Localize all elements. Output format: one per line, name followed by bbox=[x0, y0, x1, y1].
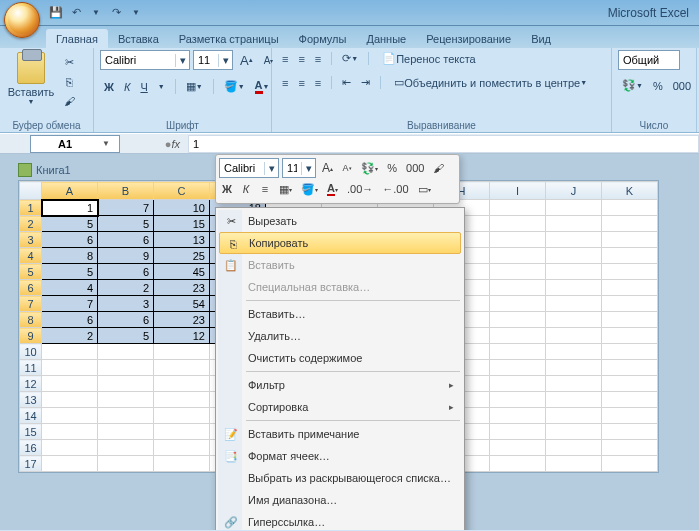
cell-J6[interactable] bbox=[546, 280, 602, 296]
cell-A15[interactable] bbox=[42, 424, 98, 440]
chevron-down-icon[interactable]: ▼ bbox=[99, 139, 113, 148]
cell-A9[interactable]: 2 bbox=[42, 328, 98, 344]
cell-C2[interactable]: 15 bbox=[154, 216, 210, 232]
cell-J9[interactable] bbox=[546, 328, 602, 344]
font-size-input[interactable] bbox=[194, 51, 218, 69]
ctx-format-cells[interactable]: 📑Формат ячеек… bbox=[218, 445, 462, 467]
cell-J12[interactable] bbox=[546, 376, 602, 392]
ctx-cut[interactable]: ✂Вырезать bbox=[218, 210, 462, 232]
cell-J1[interactable] bbox=[546, 200, 602, 216]
cell-I15[interactable] bbox=[490, 424, 546, 440]
cell-C4[interactable]: 25 bbox=[154, 248, 210, 264]
format-painter-icon[interactable]: 🖌 bbox=[60, 93, 79, 109]
cell-A17[interactable] bbox=[42, 456, 98, 472]
cell-J4[interactable] bbox=[546, 248, 602, 264]
row-header-17[interactable]: 17 bbox=[20, 456, 42, 472]
cell-J3[interactable] bbox=[546, 232, 602, 248]
cell-B8[interactable]: 6 bbox=[98, 312, 154, 328]
comma-icon[interactable]: 000 bbox=[403, 159, 427, 177]
grow-font-icon[interactable]: A▴ bbox=[319, 159, 336, 177]
cell-J5[interactable] bbox=[546, 264, 602, 280]
cell-I4[interactable] bbox=[490, 248, 546, 264]
col-header-C[interactable]: C bbox=[154, 182, 210, 200]
cell-A12[interactable] bbox=[42, 376, 98, 392]
percent-icon[interactable]: % bbox=[384, 159, 400, 177]
row-header-10[interactable]: 10 bbox=[20, 344, 42, 360]
cell-I13[interactable] bbox=[490, 392, 546, 408]
cell-J13[interactable] bbox=[546, 392, 602, 408]
cell-K3[interactable] bbox=[602, 232, 658, 248]
cell-K17[interactable] bbox=[602, 456, 658, 472]
cell-I3[interactable] bbox=[490, 232, 546, 248]
cell-B12[interactable] bbox=[98, 376, 154, 392]
cell-K6[interactable] bbox=[602, 280, 658, 296]
redo-icon[interactable]: ↷ bbox=[108, 5, 124, 21]
name-box-input[interactable] bbox=[31, 138, 99, 150]
cell-I16[interactable] bbox=[490, 440, 546, 456]
increase-indent-icon[interactable]: ⇥ bbox=[357, 74, 374, 91]
cell-J8[interactable] bbox=[546, 312, 602, 328]
cell-K7[interactable] bbox=[602, 296, 658, 312]
cell-K1[interactable] bbox=[602, 200, 658, 216]
cell-C17[interactable] bbox=[154, 456, 210, 472]
cell-A7[interactable]: 7 bbox=[42, 296, 98, 312]
cell-J16[interactable] bbox=[546, 440, 602, 456]
cell-J15[interactable] bbox=[546, 424, 602, 440]
italic-button[interactable]: К bbox=[120, 79, 134, 95]
row-header-4[interactable]: 4 bbox=[20, 248, 42, 264]
cell-K12[interactable] bbox=[602, 376, 658, 392]
font-size-combo[interactable]: ▾ bbox=[193, 50, 233, 70]
cell-J7[interactable] bbox=[546, 296, 602, 312]
cell-K2[interactable] bbox=[602, 216, 658, 232]
chevron-down-icon[interactable]: ▾ bbox=[175, 54, 189, 67]
cell-I14[interactable] bbox=[490, 408, 546, 424]
tab-data[interactable]: Данные bbox=[356, 29, 416, 48]
row-header-16[interactable]: 16 bbox=[20, 440, 42, 456]
mt-font-size[interactable]: ▾ bbox=[282, 158, 316, 178]
cell-B3[interactable]: 6 bbox=[98, 232, 154, 248]
fill-color-icon[interactable]: 🪣▾ bbox=[298, 180, 321, 198]
merge-icon[interactable]: ▭▾ bbox=[415, 180, 434, 198]
cell-B13[interactable] bbox=[98, 392, 154, 408]
bold-button[interactable]: Ж bbox=[219, 180, 235, 198]
col-header-J[interactable]: J bbox=[546, 182, 602, 200]
cell-K5[interactable] bbox=[602, 264, 658, 280]
row-header-7[interactable]: 7 bbox=[20, 296, 42, 312]
chevron-down-icon[interactable]: ▾ bbox=[264, 162, 278, 175]
right-align-icon[interactable]: ≡ bbox=[311, 75, 325, 91]
row-header-9[interactable]: 9 bbox=[20, 328, 42, 344]
mt-font-family[interactable]: ▾ bbox=[219, 158, 279, 178]
row-header-1[interactable]: 1 bbox=[20, 200, 42, 216]
percent-icon[interactable]: % bbox=[649, 78, 667, 94]
cell-J11[interactable] bbox=[546, 360, 602, 376]
col-header-B[interactable]: B bbox=[98, 182, 154, 200]
cell-K11[interactable] bbox=[602, 360, 658, 376]
office-button[interactable] bbox=[4, 2, 40, 38]
font-family-input[interactable] bbox=[101, 51, 175, 69]
cell-B11[interactable] bbox=[98, 360, 154, 376]
copy-icon[interactable]: ⎘ bbox=[60, 74, 79, 90]
cell-J14[interactable] bbox=[546, 408, 602, 424]
cell-A3[interactable]: 6 bbox=[42, 232, 98, 248]
tab-view[interactable]: Вид bbox=[521, 29, 561, 48]
cell-I6[interactable] bbox=[490, 280, 546, 296]
row-header-5[interactable]: 5 bbox=[20, 264, 42, 280]
font-color-icon[interactable]: A▾ bbox=[324, 180, 341, 198]
formula-bar[interactable]: 1 bbox=[188, 135, 699, 153]
cell-I2[interactable] bbox=[490, 216, 546, 232]
cell-A6[interactable]: 4 bbox=[42, 280, 98, 296]
bottom-align-icon[interactable]: ≡ bbox=[311, 51, 325, 67]
cell-A13[interactable] bbox=[42, 392, 98, 408]
row-header-6[interactable]: 6 bbox=[20, 280, 42, 296]
cell-A11[interactable] bbox=[42, 360, 98, 376]
format-painter-icon[interactable]: 🖌 bbox=[430, 159, 447, 177]
number-format-input[interactable] bbox=[619, 51, 679, 69]
row-header-8[interactable]: 8 bbox=[20, 312, 42, 328]
cell-A8[interactable]: 6 bbox=[42, 312, 98, 328]
cell-C7[interactable]: 54 bbox=[154, 296, 210, 312]
cell-A14[interactable] bbox=[42, 408, 98, 424]
tab-formulas[interactable]: Формулы bbox=[289, 29, 357, 48]
workbook-icon[interactable] bbox=[18, 163, 32, 177]
cell-I17[interactable] bbox=[490, 456, 546, 472]
cell-I11[interactable] bbox=[490, 360, 546, 376]
